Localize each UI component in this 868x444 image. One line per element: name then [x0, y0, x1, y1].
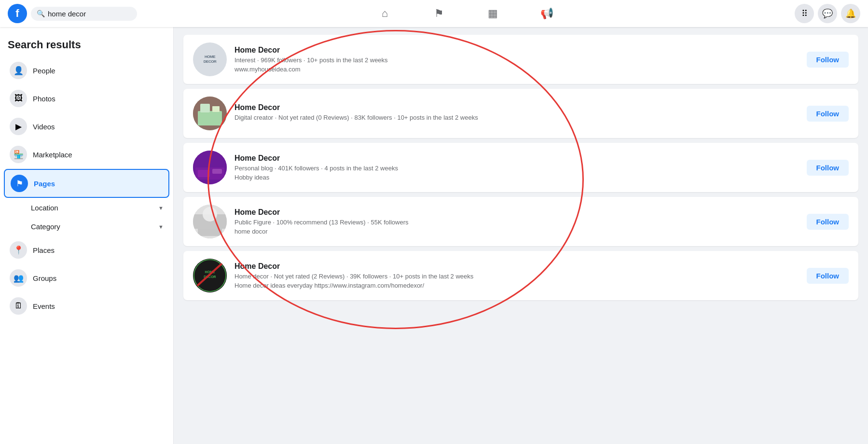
result-meta-4: Public Figure · 100% recommend (13 Revie…	[234, 218, 799, 227]
flag-nav-icon[interactable]: ⚑	[412, 2, 466, 25]
result-avatar-4	[193, 205, 227, 238]
result-info-5: Home Decor Home decor · Not yet rated (2…	[234, 262, 799, 289]
pages-icon: ⚑	[11, 175, 28, 192]
result-avatar-5: HOME DECOR	[193, 259, 227, 292]
svg-rect-1	[198, 111, 222, 125]
sidebar-item-photos[interactable]: 🖼 Photos	[4, 85, 169, 112]
follow-button-3[interactable]: Follow	[807, 160, 849, 176]
content-area: HOMEDECOR Home Decor Interest · 969K fol…	[174, 27, 868, 444]
result-card-3: Home Decor Personal blog · 401K follower…	[183, 143, 858, 192]
svg-rect-7	[212, 169, 222, 174]
kitchen-avatar-svg	[193, 97, 227, 130]
result-info-2: Home Decor Digital creator · Not yet rat…	[234, 103, 799, 123]
search-icon: 🔍	[37, 10, 45, 17]
follow-button-4[interactable]: Follow	[807, 214, 849, 230]
places-icon: 📍	[10, 241, 27, 259]
search-bar[interactable]: 🔍	[31, 7, 137, 21]
sidebar-title: Search results	[4, 35, 169, 57]
svg-rect-2	[200, 104, 210, 112]
result-info-1: Home Decor Interest · 969K followers · 1…	[234, 46, 799, 73]
svg-rect-6	[198, 170, 210, 177]
location-label: Location	[31, 204, 58, 212]
result-sub-3: Hobby ideas	[234, 174, 799, 181]
result-card-1: HOMEDECOR Home Decor Interest · 969K fol…	[183, 35, 858, 84]
events-icon: 🗓	[10, 297, 27, 315]
result-name-1: Home Decor	[234, 46, 799, 55]
groups-icon: 👥	[10, 269, 27, 287]
people-icon: 👤	[10, 62, 27, 79]
location-chevron-icon: ▼	[158, 205, 164, 211]
result-card-4: Home Decor Public Figure · 100% recommen…	[183, 197, 858, 246]
category-chevron-icon: ▼	[158, 224, 164, 230]
sidebar-item-groups[interactable]: 👥 Groups	[4, 264, 169, 291]
purple-avatar-svg	[193, 151, 227, 184]
svg-rect-3	[212, 106, 220, 112]
result-card-2: Home Decor Digital creator · Not yet rat…	[183, 89, 858, 138]
result-avatar-1: HOMEDECOR	[193, 42, 227, 76]
results-wrapper: HOMEDECOR Home Decor Interest · 969K fol…	[183, 35, 858, 300]
ceiling-avatar-svg	[193, 205, 227, 238]
follow-button-2[interactable]: Follow	[807, 106, 849, 122]
result-avatar-2	[193, 97, 227, 130]
submenu-location[interactable]: Location ▼	[4, 199, 169, 217]
facebook-logo[interactable]: f	[8, 4, 27, 23]
grid-icon-button[interactable]: ⠿	[795, 4, 814, 23]
nav-center: ⌂ ⚑ ▦ 📢	[141, 2, 791, 25]
category-label: Category	[31, 222, 60, 231]
result-meta-1: Interest · 969K followers · 10+ posts in…	[234, 56, 799, 65]
result-info-4: Home Decor Public Figure · 100% recommen…	[234, 208, 799, 235]
result-name-4: Home Decor	[234, 208, 799, 217]
videos-icon: ▶	[10, 118, 27, 135]
result-meta-2: Digital creator · Not yet rated (0 Revie…	[234, 113, 799, 122]
bell-icon-button[interactable]: 🔔	[841, 4, 860, 23]
sidebar-item-label: Groups	[33, 274, 56, 282]
follow-button-5[interactable]: Follow	[807, 268, 849, 284]
svg-point-10	[203, 207, 217, 222]
result-avatar-3	[193, 151, 227, 184]
top-navigation: f 🔍 ⌂ ⚑ ▦ 📢 ⠿ 💬 🔔	[0, 0, 868, 27]
result-name-2: Home Decor	[234, 103, 799, 112]
result-info-3: Home Decor Personal blog · 401K follower…	[234, 154, 799, 181]
sidebar: Search results 👤 People 🖼 Photos ▶ Video…	[0, 27, 174, 444]
result-sub-5: Home decor ideas everyday https://www.in…	[234, 282, 799, 289]
marketplace-icon: 🏪	[10, 146, 27, 163]
sidebar-item-label: Places	[33, 246, 55, 254]
sidebar-item-pages[interactable]: ⚑ Pages	[4, 169, 169, 198]
nav-right: ⠿ 💬 🔔	[795, 4, 860, 23]
messenger-icon-button[interactable]: 💬	[818, 4, 837, 23]
search-input[interactable]	[48, 10, 125, 18]
result-card-5: HOME DECOR Home Decor Home decor · Not y…	[183, 251, 858, 300]
sidebar-item-label: Videos	[33, 123, 55, 131]
submenu-category[interactable]: Category ▼	[4, 218, 169, 236]
sidebar-item-places[interactable]: 📍 Places	[4, 236, 169, 264]
sidebar-item-people[interactable]: 👤 People	[4, 57, 169, 84]
result-meta-5: Home decor · Not yet rated (2 Reviews) ·…	[234, 272, 799, 281]
chart-nav-icon[interactable]: ▦	[466, 2, 520, 25]
result-meta-3: Personal blog · 401K followers · 4 posts…	[234, 164, 799, 173]
sidebar-item-events[interactable]: 🗓 Events	[4, 292, 169, 319]
sidebar-item-label: Marketplace	[33, 151, 72, 159]
home-nav-icon[interactable]: ⌂	[358, 2, 412, 25]
megaphone-nav-icon[interactable]: 📢	[520, 2, 574, 25]
photos-icon: 🖼	[10, 90, 27, 107]
sidebar-item-marketplace[interactable]: 🏪 Marketplace	[4, 141, 169, 168]
result-sub-1: www.myhouseidea.com	[234, 66, 799, 73]
sidebar-item-videos[interactable]: ▶ Videos	[4, 113, 169, 140]
black-avatar-svg: HOME DECOR	[193, 259, 227, 292]
sidebar-item-label: Photos	[33, 95, 55, 103]
sidebar-item-label: Events	[33, 302, 55, 310]
sidebar-item-pages-label: Pages	[34, 180, 55, 188]
follow-button-1[interactable]: Follow	[807, 52, 849, 68]
result-name-5: Home Decor	[234, 262, 799, 271]
svg-rect-11	[198, 229, 222, 236]
sidebar-item-label: People	[33, 67, 55, 75]
avatar-text-1: HOMEDECOR	[193, 42, 227, 76]
result-sub-4: home docor	[234, 228, 799, 235]
main-layout: Search results 👤 People 🖼 Photos ▶ Video…	[0, 0, 868, 444]
result-name-3: Home Decor	[234, 154, 799, 163]
